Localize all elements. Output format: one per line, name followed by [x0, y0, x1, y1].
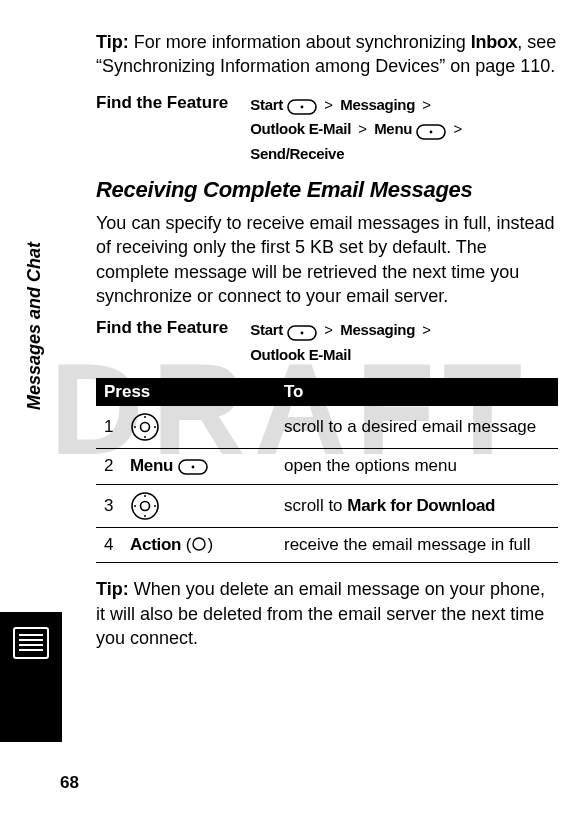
- sidebar-section-label: Messages and Chat: [24, 242, 45, 410]
- svg-point-10: [301, 331, 304, 334]
- svg-point-22: [144, 515, 146, 517]
- menu-key-icon: [416, 119, 446, 142]
- menu-key-icon: [287, 94, 317, 117]
- section-heading: Receiving Complete Email Messages: [96, 177, 558, 203]
- path-messaging: Messaging: [340, 321, 415, 338]
- to-text: scroll to: [284, 496, 347, 515]
- path-outlook: Outlook E-Mail: [250, 346, 351, 363]
- svg-point-8: [430, 130, 433, 133]
- to-cell: scroll to Mark for Download: [276, 484, 558, 527]
- svg-point-20: [141, 501, 150, 510]
- path-start: Start: [250, 96, 283, 113]
- table-row: 2Menu open the options menu: [96, 449, 558, 485]
- tip-text-before: For more information about synchronizing: [129, 32, 471, 52]
- find-feature-label: Find the Feature: [96, 93, 228, 113]
- tip-label: Tip:: [96, 579, 129, 599]
- to-text: receive the email message in full: [284, 535, 531, 554]
- path-outlook: Outlook E-Mail: [250, 120, 351, 137]
- path-sendreceive: Send/Receive: [250, 145, 344, 162]
- find-feature-path-1: Start > Messaging > Outlook E-Mail > Men…: [250, 93, 558, 166]
- press-cell: [122, 406, 276, 449]
- menu-key-icon: [178, 456, 208, 478]
- nav-wheel-icon: [130, 412, 160, 442]
- find-feature-block-1: Find the Feature Start > Messaging > Out…: [96, 93, 558, 166]
- menu-key-icon: [287, 320, 317, 343]
- table-row: 1scroll to a desired email message: [96, 406, 558, 449]
- path-messaging: Messaging: [340, 96, 415, 113]
- step-number: 1: [96, 406, 122, 449]
- body-paragraph-1: You can specify to receive email message…: [96, 211, 558, 308]
- svg-point-14: [144, 436, 146, 438]
- press-label: Menu: [130, 456, 173, 475]
- tip-paragraph-1: Tip: For more information about synchron…: [96, 30, 558, 79]
- action-key-icon: [191, 534, 207, 556]
- svg-point-21: [144, 495, 146, 497]
- table-row: 4Action ()receive the email message in f…: [96, 527, 558, 563]
- to-cell: receive the email message in full: [276, 527, 558, 563]
- table-head-to: To: [276, 378, 558, 406]
- svg-point-16: [154, 426, 156, 428]
- path-menu: Menu: [374, 120, 412, 137]
- to-cell: open the options menu: [276, 449, 558, 485]
- tip-paragraph-2: Tip: When you delete an email message on…: [96, 577, 558, 650]
- table-row: 3scroll to Mark for Download: [96, 484, 558, 527]
- find-feature-path-2: Start > Messaging > Outlook E-Mail: [250, 318, 434, 366]
- to-text: open the options menu: [284, 456, 457, 475]
- steps-table: Press To 1scroll to a desired email mess…: [96, 378, 558, 563]
- find-feature-block-2: Find the Feature Start > Messaging > Out…: [96, 318, 558, 366]
- find-feature-label: Find the Feature: [96, 318, 228, 338]
- tip-text-bold: Inbox: [471, 32, 518, 52]
- svg-point-13: [144, 416, 146, 418]
- press-cell: Action (): [122, 527, 276, 563]
- svg-point-18: [192, 466, 195, 469]
- press-label: Action: [130, 535, 181, 554]
- table-head-press: Press: [96, 378, 276, 406]
- step-number: 2: [96, 449, 122, 485]
- page-content: Tip: For more information about synchron…: [0, 0, 580, 650]
- step-number: 4: [96, 527, 122, 563]
- to-text-bold: Mark for Download: [347, 496, 495, 515]
- svg-point-25: [193, 538, 205, 550]
- to-text: scroll to a desired email message: [284, 417, 536, 436]
- svg-point-23: [134, 505, 136, 507]
- svg-point-24: [154, 505, 156, 507]
- svg-point-15: [134, 426, 136, 428]
- path-start: Start: [250, 321, 283, 338]
- svg-point-12: [141, 423, 150, 432]
- svg-point-6: [301, 106, 304, 109]
- to-cell: scroll to a desired email message: [276, 406, 558, 449]
- press-cell: [122, 484, 276, 527]
- step-number: 3: [96, 484, 122, 527]
- tip-label: Tip:: [96, 32, 129, 52]
- tip-text: When you delete an email message on your…: [96, 579, 545, 648]
- press-cell: Menu: [122, 449, 276, 485]
- page-number: 68: [60, 773, 79, 793]
- nav-wheel-icon: [130, 491, 160, 521]
